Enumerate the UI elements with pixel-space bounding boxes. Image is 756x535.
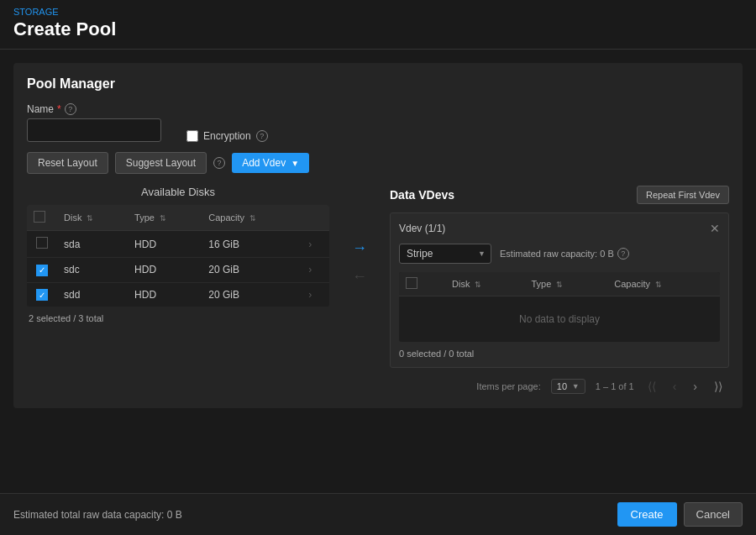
disk-capacity-cell: 20 GiB (202, 282, 302, 307)
available-disks-panel: Available Disks Disk ⇅ Type (27, 186, 329, 323)
name-input[interactable] (27, 118, 161, 142)
transfer-arrows: → ← (343, 186, 376, 288)
transfer-left-button[interactable]: ← (348, 265, 371, 288)
encryption-help-icon[interactable]: ? (256, 130, 268, 142)
vdev-controls: Stripe Estimated raw capacity: 0 B ? (399, 244, 720, 264)
transfer-right-button[interactable]: → (348, 236, 371, 260)
buttons-row: Reset Layout Suggest Layout ? Add Vdev ▼ (27, 152, 729, 174)
vdev-close-icon[interactable]: ✕ (710, 222, 720, 235)
storage-breadcrumb: STORAGE (13, 7, 743, 17)
first-page-button[interactable]: ⟨⟨ (644, 378, 659, 395)
suggest-layout-button[interactable]: Suggest Layout (115, 152, 207, 174)
type-header-label: Type (134, 212, 155, 223)
vdev-select-all-checkbox[interactable] (406, 277, 417, 289)
disk-checkbox[interactable] (36, 265, 48, 276)
disk-row-arrow[interactable]: › (302, 282, 329, 307)
disk-header-label: Disk (64, 212, 81, 223)
vdev-card: Vdev (1/1) ✕ Stripe Estimated raw capaci… (390, 212, 729, 368)
per-page-select[interactable]: 10 25 50 (551, 379, 585, 394)
disk-sort-icon[interactable]: ⇅ (87, 214, 93, 223)
main-content: Pool Manager Name* ? Encryption ? Reset … (0, 50, 756, 475)
vdev-capacity-header: Capacity ⇅ (607, 272, 720, 296)
footer-capacity-label: Estimated total raw data capacity: 0 B (13, 509, 182, 521)
available-disks-title: Available Disks (27, 186, 329, 198)
vdev-table: Disk ⇅ Type ⇅ Capacity ⇅ (399, 272, 720, 342)
disk-row-checkbox-cell (27, 231, 57, 258)
disk-row-arrow[interactable]: › (302, 231, 329, 258)
disk-checkbox[interactable] (36, 237, 48, 249)
disk-capacity-cell: 16 GiB (202, 231, 302, 258)
select-all-checkbox[interactable] (34, 211, 45, 223)
disk-table-capacity-header: Capacity ⇅ (202, 205, 302, 231)
disk-table-check-header (27, 205, 57, 231)
page-footer: Estimated total raw data capacity: 0 B C… (0, 493, 756, 535)
encryption-label: Encryption (203, 130, 251, 142)
disk-row-checkbox-cell (27, 258, 57, 283)
next-page-button[interactable]: › (690, 378, 701, 395)
pool-manager-title: Pool Manager (27, 76, 729, 92)
reset-layout-button[interactable]: Reset Layout (27, 152, 108, 174)
pool-manager-card: Pool Manager Name* ? Encryption ? Reset … (13, 63, 743, 408)
vdev-disk-sort-icon[interactable]: ⇅ (475, 281, 481, 289)
disk-name-cell: sdc (57, 258, 128, 283)
disk-table-row: sddHDD20 GiB› (27, 282, 329, 307)
disk-table-action-header (302, 205, 329, 231)
stripe-select[interactable]: Stripe (399, 244, 491, 264)
type-sort-icon[interactable]: ⇅ (160, 214, 166, 223)
disk-name-cell: sda (57, 231, 128, 258)
disk-table-body: sdaHDD16 GiB›sdcHDD20 GiB›sddHDD20 GiB› (27, 231, 329, 307)
suggest-help-icon[interactable]: ? (213, 157, 225, 169)
data-vdevs-panel: Data VDevs Repeat First Vdev Vdev (1/1) … (390, 186, 729, 395)
repeat-first-vdev-button[interactable]: Repeat First Vdev (637, 186, 729, 204)
disk-name-cell: sdd (57, 282, 128, 307)
estimated-cap-help-icon[interactable]: ? (617, 248, 629, 260)
disk-vdev-layout: Available Disks Disk ⇅ Type (27, 186, 729, 395)
disk-type-cell: HDD (128, 282, 202, 307)
encryption-checkbox[interactable] (186, 130, 198, 142)
stripe-select-wrapper: Stripe (399, 244, 491, 264)
vdev-type-label: Type (531, 279, 551, 289)
prev-page-button[interactable]: ‹ (669, 378, 680, 395)
name-label-row: Name* ? (27, 103, 161, 115)
footer-actions: Create Cancel (617, 502, 743, 527)
vdev-card-title: Vdev (1/1) (399, 223, 445, 234)
add-vdev-dropdown-icon: ▼ (291, 159, 299, 168)
vdev-type-sort-icon[interactable]: ⇅ (556, 281, 563, 289)
name-label-text: Name (27, 103, 54, 115)
vdev-summary: 0 selected / 0 total (399, 349, 720, 359)
last-page-button[interactable]: ⟩⟩ (711, 378, 726, 395)
page-header: STORAGE Create Pool (0, 0, 756, 50)
disk-row-checkbox-cell (27, 282, 57, 307)
vdev-check-header (399, 272, 445, 296)
available-disks-table: Disk ⇅ Type ⇅ Capacity ⇅ (27, 205, 329, 307)
cancel-button[interactable]: Cancel (684, 502, 743, 527)
items-per-page-label: Items per page: (476, 381, 540, 391)
disk-type-cell: HDD (128, 258, 202, 283)
disk-table-type-header: Type ⇅ (128, 205, 202, 231)
add-vdev-button[interactable]: Add Vdev ▼ (232, 153, 309, 173)
vdev-capacity-sort-icon[interactable]: ⇅ (655, 281, 662, 289)
vdev-card-header: Vdev (1/1) ✕ (399, 222, 720, 235)
vdev-no-data-cell: No data to display (399, 296, 720, 343)
disk-row-arrow[interactable]: › (302, 258, 329, 283)
vdevs-header: Data VDevs Repeat First Vdev (390, 186, 729, 204)
row-expand-icon: › (308, 289, 312, 301)
disk-type-cell: HDD (128, 231, 202, 258)
page-info: 1 – 1 of 1 (596, 381, 634, 391)
capacity-header-label: Capacity (208, 212, 244, 223)
disk-checkbox[interactable] (36, 289, 48, 301)
disk-summary: 2 selected / 3 total (27, 313, 329, 323)
name-help-icon[interactable]: ? (65, 103, 76, 115)
required-indicator: * (57, 103, 61, 115)
vdevs-title: Data VDevs (390, 188, 454, 202)
vdev-type-header: Type ⇅ (524, 272, 607, 296)
add-vdev-label: Add Vdev (242, 157, 286, 169)
pagination-row: Items per page: 10 25 50 1 – 1 of 1 ⟨⟨ ‹… (390, 378, 729, 395)
create-button[interactable]: Create (617, 502, 677, 527)
disk-table-disk-header: Disk ⇅ (57, 205, 128, 231)
disk-capacity-cell: 20 GiB (202, 258, 302, 283)
capacity-sort-icon[interactable]: ⇅ (249, 214, 256, 223)
vdev-capacity-label: Capacity (614, 279, 650, 289)
vdev-disk-header: Disk ⇅ (445, 272, 524, 296)
estimated-capacity-label: Estimated raw capacity: 0 B (500, 249, 614, 259)
